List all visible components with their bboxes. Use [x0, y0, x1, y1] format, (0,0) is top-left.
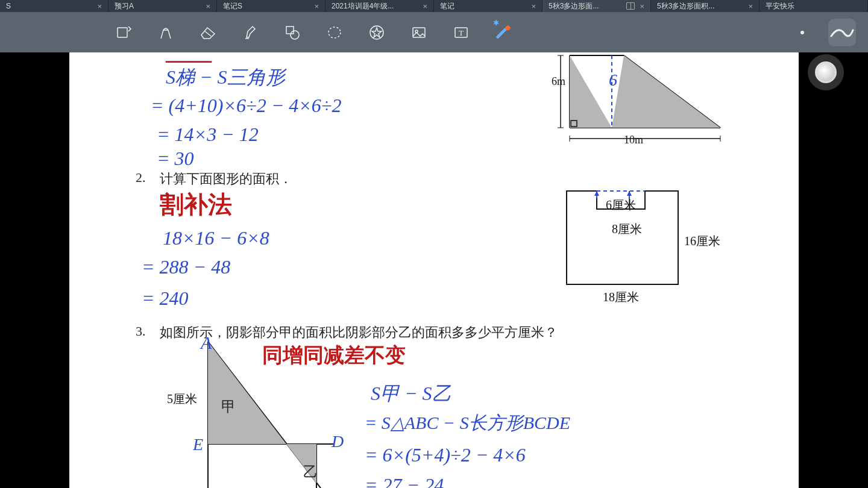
problem-text: 计算下面图形的面积．	[160, 170, 292, 188]
split-view-icon[interactable]	[626, 2, 635, 10]
svg-point-9	[506, 25, 511, 30]
close-icon[interactable]: ×	[314, 2, 319, 11]
image-icon[interactable]	[410, 23, 428, 42]
hw-line: S甲 − S乙	[371, 381, 451, 407]
svg-rect-5	[413, 28, 425, 37]
dim-18cm: 18厘米	[603, 289, 639, 305]
eraser-icon[interactable]	[199, 23, 217, 42]
label-D: D	[332, 432, 344, 451]
tab-item-happy[interactable]: 平安快乐	[760, 0, 868, 12]
dim-8cm: 8厘米	[612, 221, 642, 237]
dim-6cm: 6厘米	[606, 197, 636, 213]
problem-text: 如图所示，阴影部分甲的面积比阴影部分乙的面积多多少平方厘米？	[160, 324, 558, 342]
close-icon[interactable]: ×	[206, 2, 210, 11]
hw-line: = 288 − 48	[142, 256, 230, 278]
hw-line: = 240	[142, 287, 189, 310]
rotate-icon[interactable]	[115, 23, 133, 42]
tab-bar: S × 预习A × 笔记S × 2021培训题4年级... × 笔记 × 5秋3…	[0, 0, 868, 12]
laser-icon[interactable]: ✱	[494, 23, 512, 42]
svg-marker-27	[627, 191, 632, 196]
svg-marker-33	[208, 342, 286, 444]
label-jia: 甲	[221, 397, 236, 416]
hw-inner-6: 6	[609, 70, 617, 90]
close-icon[interactable]: ×	[97, 2, 102, 11]
tab-label: 预习A	[115, 1, 134, 11]
method-red: 割补法	[160, 188, 232, 221]
stamp-icon[interactable]	[368, 23, 386, 42]
diagram-triangles	[190, 342, 347, 488]
svg-point-3	[329, 27, 341, 38]
close-icon[interactable]: ×	[531, 2, 536, 11]
svg-text:T: T	[459, 28, 464, 37]
svg-marker-26	[594, 191, 599, 196]
label-A: A	[201, 333, 212, 353]
problem-number: 2.	[136, 170, 146, 186]
svg-rect-0	[118, 28, 127, 37]
hw-line: = 30	[157, 148, 194, 170]
dim-6m: 6m	[552, 75, 565, 88]
close-icon[interactable]: ×	[640, 2, 644, 11]
hw-line: = 27 − 24	[365, 474, 444, 488]
document-page[interactable]: —— S梯 − S三角形 = (4+10)×6÷2 − 4×6÷2 = 14×3…	[69, 52, 799, 488]
tab-label: S	[6, 2, 11, 10]
text-icon[interactable]: T	[452, 23, 470, 42]
tab-item-training[interactable]: 2021培训题4年级... ×	[326, 0, 434, 12]
close-icon[interactable]: ×	[748, 2, 753, 11]
tab-item-s[interactable]: S ×	[0, 0, 108, 12]
hw-line: = 6×(5+4)÷2 − 4×6	[365, 444, 526, 466]
lasso-icon[interactable]	[326, 23, 344, 42]
svg-marker-17	[612, 55, 720, 128]
tab-item-polygon2[interactable]: 5秋3多边形面积... ×	[651, 0, 760, 12]
toolbar: T ✱	[0, 12, 868, 52]
tab-label: 平安快乐	[766, 1, 794, 11]
label-E: E	[193, 435, 203, 454]
problem-number: 3.	[136, 324, 146, 339]
svg-point-2	[291, 31, 299, 39]
hw-line: = (4+10)×6÷2 − 4×6÷2	[151, 95, 341, 117]
home-icon	[815, 61, 837, 83]
hw-line: = 14×3 − 12	[157, 124, 259, 146]
tab-label: 笔记S	[223, 1, 242, 11]
dim-16cm: 16厘米	[684, 233, 720, 249]
tab-item-notes[interactable]: 笔记 ×	[434, 0, 542, 12]
hw-line: = S△ABC − S长方形BCDE	[365, 411, 570, 436]
tab-item-preview-a[interactable]: 预习A ×	[108, 0, 217, 12]
dim-10m: 10m	[624, 134, 643, 146]
tab-item-active[interactable]: 5秋3多边形面... ×	[542, 0, 651, 12]
assistive-touch-button[interactable]	[808, 54, 844, 90]
tab-label: 笔记	[440, 1, 454, 11]
tab-label: 2021培训题4年级...	[332, 1, 394, 11]
svg-rect-1	[286, 27, 294, 34]
pen-icon[interactable]	[157, 23, 175, 42]
shapes-icon[interactable]	[283, 23, 301, 42]
tab-label: 5秋3多边形面...	[549, 1, 599, 11]
hw-line: 18×16 − 6×8	[163, 227, 269, 249]
hw-line: S梯 − S三角形	[166, 64, 285, 91]
tab-item-notes-s[interactable]: 笔记S ×	[217, 0, 326, 12]
page-wrapper: —— S梯 − S三角形 = (4+10)×6÷2 − 4×6÷2 = 14×3…	[0, 52, 868, 488]
stroke-preview[interactable]	[828, 19, 856, 46]
color-dot[interactable]	[800, 31, 804, 34]
highlighter-icon[interactable]	[241, 23, 259, 42]
tab-label: 5秋3多边形面积...	[657, 1, 714, 11]
close-icon[interactable]: ×	[423, 2, 427, 11]
dim-5cm: 5厘米	[167, 391, 197, 407]
label-yi: 乙	[303, 462, 318, 481]
